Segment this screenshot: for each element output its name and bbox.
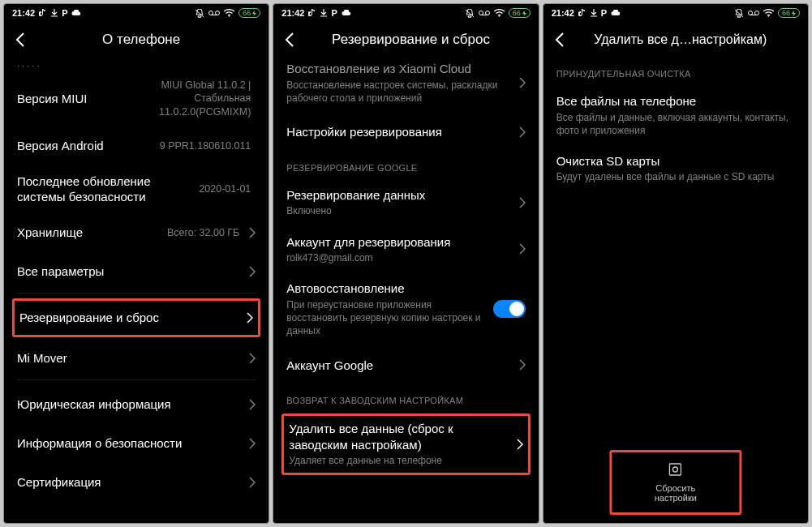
row-subtitle: При переустановке приложения восстановит… <box>286 298 492 338</box>
row-label: Сертификация <box>17 474 244 491</box>
row-subtitle: Все файлы и данные, включая аккаунты, ко… <box>556 111 795 137</box>
mute-icon <box>734 9 744 18</box>
voicemail-icon <box>748 10 759 16</box>
letter-p-icon: P <box>62 8 67 18</box>
row-backup-account[interactable]: Аккаунт для резервирования rolk473@gmail… <box>286 226 525 273</box>
wifi-icon <box>494 9 505 17</box>
row-sd-card[interactable]: Очистка SD карты Будут удалены все файлы… <box>556 145 795 192</box>
row-xiaomi-cloud[interactable]: Восстановление из Xiaomi Cloud Восстанов… <box>286 58 525 113</box>
row-data-backup[interactable]: Резервирование данных Включено <box>286 179 525 226</box>
row-backup-settings[interactable]: Настройки резервирования <box>286 113 525 152</box>
tiktok-icon <box>578 9 586 17</box>
status-bar: 21:42 P 66 <box>273 4 538 22</box>
row-safety-info[interactable]: Информация о безопасности <box>17 424 256 463</box>
letter-p-icon: P <box>601 8 607 18</box>
row-value: Всего: 32,00 ГБ <box>167 226 239 239</box>
row-label: Все параметры <box>17 264 244 280</box>
tiktok-icon <box>39 9 47 17</box>
download-icon <box>320 9 327 17</box>
row-label: Резервирование и сброс <box>19 310 242 326</box>
page-title: Резервирование и сброс <box>311 32 510 48</box>
status-bar: 21:42 P 66 <box>543 4 808 22</box>
row-value: MIUI Global 11.0.2 | Стабильная 11.0.2.0… <box>137 79 251 118</box>
chevron-right-icon <box>519 359 526 371</box>
toggle-auto-restore[interactable] <box>493 300 526 318</box>
cloud-icon <box>71 10 81 16</box>
svg-rect-9 <box>670 464 681 475</box>
chevron-right-icon <box>249 266 256 277</box>
row-android-version[interactable]: Версия Android 9 PPR1.180610.011 <box>17 126 256 165</box>
wifi-icon <box>763 9 774 17</box>
row-label: Информация о безопасности <box>17 435 244 452</box>
svg-point-0 <box>209 11 213 15</box>
chevron-right-icon <box>519 77 526 88</box>
row-legal-info[interactable]: Юридическая информация <box>17 385 256 424</box>
screen-backup-reset: 21:42 P 66 Резервирование и сброс Восста… <box>273 3 539 524</box>
chevron-right-icon <box>519 197 526 208</box>
row-all-specs[interactable]: Все параметры <box>17 252 256 291</box>
chevron-right-icon <box>519 243 526 255</box>
page-title: О телефоне <box>41 32 241 48</box>
svg-point-6 <box>748 11 752 15</box>
row-label: Настройки резервирования <box>286 124 513 140</box>
screen-erase-data: 21:42 P 66 Удалить все д…настройкам) ПРИ… <box>543 3 809 524</box>
download-icon <box>591 9 597 17</box>
reset-button-container: Сбросить настройки <box>609 450 741 515</box>
row-label: Автовосстановление <box>286 281 492 297</box>
chevron-right-icon <box>249 227 256 238</box>
mute-icon <box>195 9 204 18</box>
header: О телефоне <box>4 22 269 58</box>
row-factory-reset[interactable]: Удалить все данные (сброс к заводским на… <box>281 413 530 474</box>
row-auto-restore[interactable]: Автовосстановление При переустановке при… <box>286 272 525 345</box>
back-button[interactable] <box>12 32 28 48</box>
row-subtitle: Удаляет все данные на телефоне <box>289 454 511 467</box>
row-miui-version[interactable]: Версия MIUI MIUI Global 11.0.2 | Стабиль… <box>17 71 256 126</box>
row-security-update[interactable]: Последнее обновление системы безопасност… <box>17 165 256 213</box>
row-label: Аккаунт для резервирования <box>286 234 513 251</box>
section-factory-reset: ВОЗВРАТ К ЗАВОДСКИМ НАСТРОЙКАМ <box>286 384 525 412</box>
page-title: Удалить все д…настройкам) <box>581 32 780 47</box>
chevron-right-icon <box>249 399 256 410</box>
wifi-icon <box>224 9 234 17</box>
chevron-right-icon <box>517 439 523 450</box>
cloud-icon <box>611 10 621 16</box>
back-button[interactable] <box>552 32 568 48</box>
reset-button[interactable]: Сбросить настройки <box>623 456 728 509</box>
svg-point-2 <box>229 15 230 17</box>
row-google-account[interactable]: Аккаунт Google <box>286 345 525 384</box>
svg-point-10 <box>673 467 678 472</box>
row-label: Очистка SD карты <box>556 153 795 169</box>
row-label: Аккаунт Google <box>286 358 513 374</box>
status-time: 21:42 <box>12 8 35 18</box>
divider <box>17 379 256 380</box>
battery-indicator: 66 <box>778 8 800 18</box>
row-backup-reset[interactable]: Резервирование и сброс <box>12 298 260 337</box>
divider <box>17 293 256 293</box>
row-label: Хранилище <box>17 225 167 241</box>
download-icon <box>51 9 58 17</box>
cloud-icon <box>342 10 351 16</box>
back-button[interactable] <box>281 32 298 48</box>
truncated-row: · · · · · <box>17 58 256 71</box>
status-time: 21:42 <box>552 8 574 18</box>
reset-icon <box>668 462 683 480</box>
row-value: 2020-01-01 <box>199 182 251 195</box>
battery-indicator: 66 <box>509 8 531 18</box>
row-label: Версия Android <box>17 138 160 154</box>
section-google-backup: РЕЗЕРВИРОВАНИЕ GOOGLE <box>286 152 525 179</box>
row-mi-mover[interactable]: Mi Mover <box>17 339 256 378</box>
row-all-files[interactable]: Все файлы на телефоне Все файлы и данные… <box>556 85 795 145</box>
svg-point-3 <box>479 11 483 15</box>
tiktok-icon <box>308 9 316 17</box>
svg-point-5 <box>498 15 500 17</box>
svg-point-7 <box>754 11 758 15</box>
row-label: Юридическая информация <box>17 396 244 413</box>
row-label: Последнее обновление системы безопасност… <box>17 174 199 205</box>
row-label: Mi Mover <box>17 350 244 366</box>
row-subtitle: Восстановление настроек системы, расклад… <box>286 79 513 105</box>
row-certification[interactable]: Сертификация <box>17 463 256 502</box>
svg-point-1 <box>216 11 220 15</box>
status-time: 21:42 <box>281 8 304 18</box>
section-forced-cleanup: ПРИНУДИТЕЛЬНАЯ ОЧИСТКА <box>556 58 795 85</box>
row-storage[interactable]: Хранилище Всего: 32,00 ГБ <box>17 213 256 252</box>
